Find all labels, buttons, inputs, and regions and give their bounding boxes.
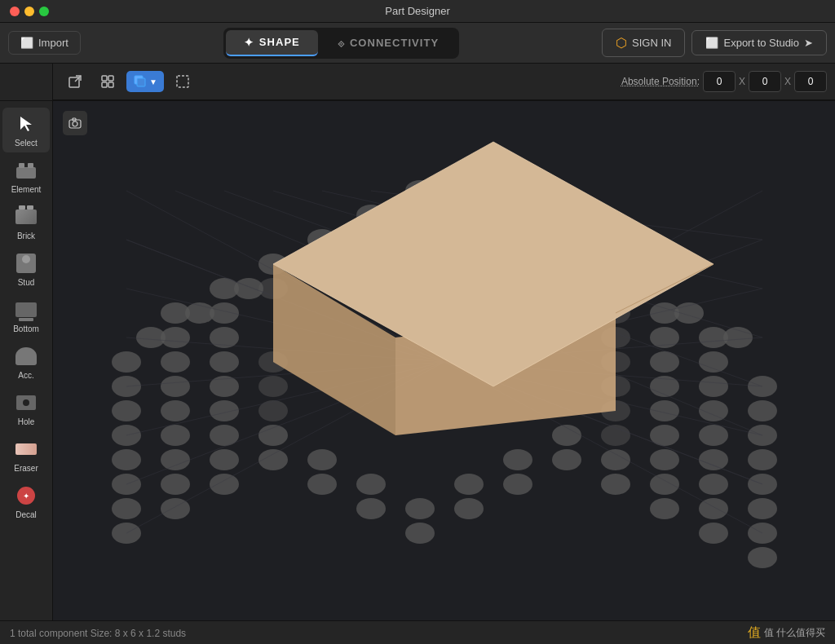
sidebar-item-eraser[interactable]: Eraser [2, 433, 50, 478]
svg-rect-1 [102, 76, 107, 81]
svg-point-44 [210, 302, 239, 324]
decal-icon-wrap: ✦ [15, 484, 38, 507]
sidebar-item-acc[interactable]: Acc. [2, 340, 50, 385]
svg-point-89 [258, 400, 288, 421]
svg-point-112 [307, 474, 337, 495]
svg-point-110 [210, 474, 239, 495]
svg-rect-3 [102, 82, 107, 87]
export-button[interactable]: ⬜ Export to Studio ➤ [691, 30, 827, 55]
svg-point-87 [161, 449, 190, 470]
3d-scene [53, 101, 835, 620]
position-x1-input[interactable] [703, 71, 736, 92]
maximize-button[interactable] [39, 7, 49, 16]
tab-connectivity[interactable]: ⟐ CONNECTIVITY [320, 30, 457, 56]
svg-rect-11 [28, 163, 33, 168]
svg-point-115 [454, 498, 484, 519]
import-label: Import [38, 37, 68, 49]
svg-point-91 [650, 449, 679, 470]
main-layout: Select Element Brick Stud [0, 101, 835, 620]
svg-point-61 [699, 376, 728, 397]
sidebar-item-element[interactable]: Element [2, 154, 50, 199]
layer-dropdown-button[interactable]: ▼ [126, 71, 164, 92]
sign-in-label: SIGN IN [632, 37, 671, 49]
nav-tabs: ✦ SHAPE ⟐ CONNECTIVITY [223, 28, 459, 59]
svg-rect-6 [137, 78, 145, 86]
position-group: Absolute Position: X X [621, 71, 827, 92]
hole-label: Hole [18, 417, 35, 426]
svg-point-77 [748, 449, 777, 470]
close-button[interactable] [10, 7, 20, 16]
sidebar: Select Element Brick Stud [0, 101, 53, 620]
svg-point-54 [699, 351, 728, 373]
svg-point-119 [650, 498, 679, 519]
position-x3-input[interactable] [794, 71, 827, 92]
acc-icon-wrap [15, 345, 38, 368]
titlebar: Part Designer [0, 0, 835, 23]
eraser-icon-wrap [15, 438, 38, 461]
svg-rect-9 [16, 167, 36, 179]
stud-icon-wrap [15, 252, 38, 275]
svg-point-78 [112, 449, 141, 470]
frame-icon [175, 74, 190, 89]
svg-point-99 [356, 474, 386, 495]
svg-point-62 [748, 400, 777, 421]
svg-point-81 [258, 376, 288, 397]
statusbar: 1 total component Size: 8 x 6 x 1.2 stud… [0, 620, 835, 644]
camera-button[interactable] [63, 111, 87, 135]
canvas-area[interactable] [53, 101, 835, 620]
svg-point-64 [161, 376, 190, 397]
decal-label: Decal [15, 510, 37, 519]
svg-point-80 [210, 400, 239, 421]
svg-rect-10 [19, 163, 24, 168]
acc-label: Acc. [18, 371, 33, 380]
bottom-icon [15, 302, 37, 317]
svg-point-114 [405, 523, 435, 544]
tab-shape[interactable]: ✦ SHAPE [226, 30, 318, 56]
svg-point-117 [552, 449, 581, 470]
brick-label: Brick [17, 232, 35, 240]
external-link-button[interactable] [61, 68, 89, 95]
svg-point-120 [699, 523, 728, 544]
select-icon-wrap [15, 112, 38, 135]
bottom-label: Bottom [13, 324, 39, 333]
x1-axis-label: X [739, 76, 745, 87]
brick-icon-wrap [15, 205, 38, 228]
svg-point-76 [699, 425, 728, 446]
brick-icon [15, 210, 37, 224]
sidebar-item-hole[interactable]: Hole [2, 386, 50, 431]
svg-point-105 [650, 474, 679, 495]
sidebar-item-brick[interactable]: Brick [2, 201, 50, 245]
status-info: 1 total component Size: 8 x 6 x 1.2 stud… [10, 628, 186, 639]
export-icon: ⬜ [705, 37, 718, 49]
svg-point-71 [161, 400, 190, 421]
stud-icon [16, 254, 36, 273]
frame-button[interactable] [169, 68, 197, 95]
camera-icon [68, 117, 82, 130]
select-label: Select [15, 139, 38, 148]
grid-button[interactable] [94, 68, 121, 95]
svg-point-75 [650, 400, 679, 421]
svg-point-63 [112, 400, 141, 421]
hole-icon-wrap [15, 391, 38, 414]
svg-point-42 [112, 351, 141, 373]
watermark-text: 值 什么值得买 [764, 626, 825, 640]
import-button[interactable]: ⬜ Import [8, 31, 81, 55]
svg-point-116 [503, 474, 532, 495]
svg-point-94 [112, 498, 141, 519]
svg-point-102 [503, 449, 532, 470]
sign-in-button[interactable]: ⬡ SIGN IN [602, 29, 685, 57]
sidebar-item-stud[interactable]: Stud [2, 247, 50, 292]
svg-rect-2 [108, 76, 113, 81]
element-label: Element [11, 185, 42, 194]
hole-icon [16, 395, 36, 410]
svg-point-95 [161, 474, 190, 495]
svg-point-13 [73, 121, 77, 126]
svg-point-98 [307, 449, 337, 470]
svg-point-101 [454, 474, 484, 495]
sidebar-item-bottom[interactable]: Bottom [2, 293, 50, 338]
bottom-icon-wrap [15, 298, 38, 321]
sidebar-item-decal[interactable]: ✦ Decal [2, 479, 50, 524]
position-x2-input[interactable] [749, 71, 781, 92]
sidebar-item-select[interactable]: Select [2, 108, 50, 152]
minimize-button[interactable] [24, 7, 34, 16]
